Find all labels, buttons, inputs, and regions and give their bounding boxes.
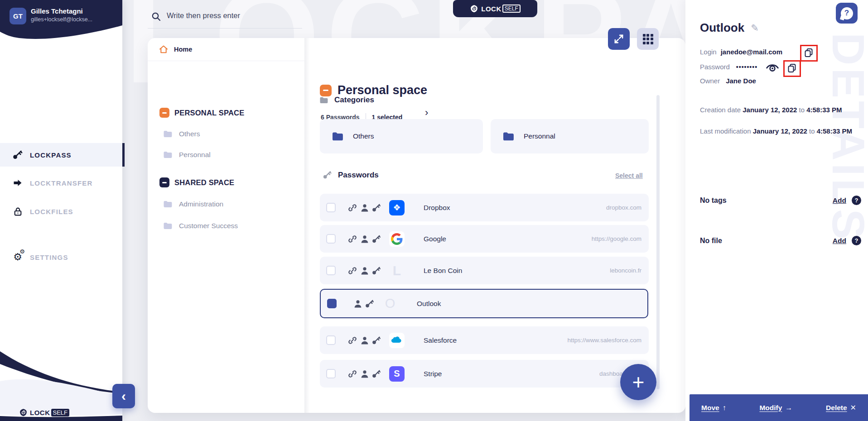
- row-checkbox[interactable]: [326, 335, 336, 345]
- key-icon[interactable]: [371, 266, 381, 276]
- sidebar-item-lockpass[interactable]: LOCKPASS: [0, 143, 125, 167]
- search-underline: [148, 28, 302, 29]
- sidebar-item-settings[interactable]: ⚙ ⚙ SETTINGS: [0, 245, 122, 269]
- expand-view-button[interactable]: [608, 28, 630, 50]
- key-icon[interactable]: [371, 335, 381, 345]
- category-card-others[interactable]: Others: [320, 119, 483, 153]
- link-icon[interactable]: [347, 335, 357, 345]
- link-icon[interactable]: [347, 234, 357, 244]
- grid-view-button[interactable]: [637, 28, 659, 50]
- key-icon[interactable]: [371, 369, 381, 379]
- person-icon[interactable]: [360, 266, 370, 276]
- add-file-link[interactable]: Add: [833, 237, 846, 245]
- login-value: janedoe@mail.com: [721, 48, 782, 56]
- sidebar-item-label: LOCKPASS: [30, 151, 72, 159]
- password-name: Google: [424, 235, 446, 243]
- row-checkbox[interactable]: [326, 203, 336, 212]
- nav-folder-personnal[interactable]: Personnal: [163, 151, 211, 159]
- move-button[interactable]: Move ↑: [701, 404, 726, 412]
- person-icon[interactable]: [360, 369, 370, 379]
- sidebar-item-label: LOCKTRANSFER: [30, 179, 93, 187]
- owner-label: Owner: [700, 77, 720, 85]
- sidebar-user-header: GT Gilles Tchetagni gilles+lockself@lock…: [0, 0, 122, 43]
- close-icon: ✕: [850, 403, 856, 412]
- password-url: https://google.com: [592, 235, 641, 242]
- password-name: Le Bon Coin: [424, 267, 462, 275]
- reveal-password-eye-icon[interactable]: [766, 62, 779, 73]
- key-icon[interactable]: [371, 203, 381, 213]
- password-row-dropbox[interactable]: ❖ Dropbox dropbox.com: [320, 194, 649, 221]
- add-tag-link[interactable]: Add: [833, 196, 846, 205]
- password-url: leboncoin.fr: [610, 267, 641, 274]
- password-name: Outlook: [417, 300, 441, 308]
- nav-folder-administration[interactable]: Administration: [163, 200, 223, 208]
- password-row-google[interactable]: Google https://google.com: [320, 225, 649, 253]
- arrow-up-icon: ↑: [723, 404, 726, 412]
- user-name: Gilles Tchetagni: [31, 7, 83, 15]
- password-row-leboncoin[interactable]: L Le Bon Coin leboncoin.fr: [320, 257, 649, 284]
- avatar[interactable]: GT: [10, 8, 26, 24]
- folder-icon: [319, 96, 328, 104]
- logo-self-text: SELF: [502, 5, 521, 13]
- tags-help-icon[interactable]: ?: [852, 196, 861, 205]
- chevron-right-icon[interactable]: ›: [425, 108, 428, 118]
- edit-pencil-icon[interactable]: ✎: [751, 23, 759, 33]
- sidebar-item-lockfiles[interactable]: LOCKFILES: [0, 200, 122, 223]
- password-row-salesforce[interactable]: Salesforce https://www.salesforce.com: [320, 326, 649, 354]
- select-all-link[interactable]: Select all: [615, 172, 643, 179]
- password-name: Stripe: [424, 370, 442, 378]
- nav-folder-customer-success[interactable]: Customer Success: [163, 222, 238, 230]
- nav-section-label: SHARED SPACE: [174, 178, 234, 187]
- key-icon[interactable]: [371, 234, 381, 244]
- category-card-label: Personnal: [524, 132, 555, 140]
- nav-home[interactable]: Home: [148, 38, 304, 61]
- folder-icon: [163, 200, 173, 208]
- collapse-sidebar-button[interactable]: ‹: [112, 384, 135, 408]
- password-row-outlook[interactable]: O Outlook: [320, 289, 648, 318]
- row-checkbox[interactable]: [326, 234, 336, 244]
- password-row-stripe[interactable]: S Stripe dashboard.strip: [320, 360, 649, 388]
- person-icon[interactable]: [353, 299, 363, 309]
- no-file-label: No file: [700, 237, 722, 245]
- help-button[interactable]: ?: [836, 3, 858, 24]
- plus-icon: +: [632, 370, 645, 394]
- transfer-arrow-icon: [12, 177, 24, 189]
- key-icon[interactable]: [365, 299, 375, 309]
- logo-lock-text: LOCK: [30, 409, 50, 416]
- category-card-personnal[interactable]: Personnal: [491, 119, 649, 153]
- modify-button[interactable]: Modify →: [759, 404, 792, 412]
- link-icon[interactable]: [347, 369, 357, 379]
- file-row: No file Add ?: [700, 236, 861, 245]
- no-tags-label: No tags: [700, 196, 727, 205]
- add-password-button[interactable]: +: [620, 364, 656, 400]
- row-checkbox[interactable]: [326, 266, 336, 275]
- list-scrollbar[interactable]: [656, 95, 660, 389]
- password-label: Password: [700, 63, 730, 71]
- gear-icon: ⚙ ⚙: [12, 251, 24, 263]
- person-icon[interactable]: [360, 203, 370, 213]
- lockself-shield-icon: [470, 5, 478, 13]
- login-label: Login: [700, 48, 717, 56]
- nav-section-personal-space[interactable]: PERSONAL SPACE: [159, 108, 244, 118]
- sidebar-item-locktransfer[interactable]: LOCKTRANSFER: [0, 171, 122, 195]
- person-icon[interactable]: [360, 335, 370, 345]
- logo-self-text: SELF: [51, 409, 70, 416]
- logo-lock-text: LOCK: [481, 5, 502, 13]
- delete-button[interactable]: Delete ✕: [826, 403, 856, 412]
- owner-value: Jane Doe: [726, 77, 756, 85]
- file-help-icon[interactable]: ?: [852, 236, 861, 245]
- person-icon[interactable]: [360, 234, 370, 244]
- shared-space-icon: [159, 177, 169, 187]
- help-bubble-icon: ?: [841, 7, 853, 19]
- link-icon[interactable]: [347, 203, 357, 213]
- nav-folder-label: Personnal: [179, 151, 211, 159]
- column-divider: [304, 38, 310, 413]
- nav-section-shared-space[interactable]: SHARED SPACE: [159, 177, 234, 187]
- link-icon[interactable]: [347, 266, 357, 276]
- letter-logo: L: [389, 263, 405, 278]
- row-checkbox[interactable]: [327, 299, 337, 308]
- nav-folder-others[interactable]: Others: [163, 130, 200, 138]
- row-checkbox[interactable]: [326, 369, 336, 378]
- password-mask: ••••••••: [736, 63, 757, 71]
- search-input[interactable]: [166, 11, 299, 20]
